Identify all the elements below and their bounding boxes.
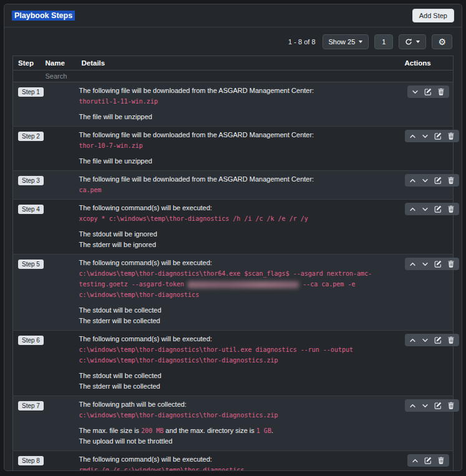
edit-icon bbox=[434, 205, 442, 213]
move-down-button[interactable] bbox=[422, 206, 429, 213]
edit-icon bbox=[424, 457, 432, 464]
trash-icon bbox=[447, 260, 455, 268]
name-cell bbox=[41, 127, 77, 171]
details-text-line: The upload will not be throttled bbox=[79, 436, 395, 447]
details-code-line: c:\windows\temp\thor-diagnostics\thor-ut… bbox=[79, 344, 395, 366]
details-code-line: xcopy * c:\windows\temp\thor-diagnostics… bbox=[79, 213, 395, 224]
details-code-line: c:\windows\temp\thor-diagnostics\thor-di… bbox=[79, 410, 395, 420]
details-text-line: The following file will be downloaded fr… bbox=[79, 174, 395, 185]
name-search-input[interactable] bbox=[46, 72, 72, 80]
page-1-button[interactable]: 1 bbox=[374, 34, 393, 49]
edit-button[interactable] bbox=[434, 132, 442, 140]
chevron-down-icon bbox=[422, 337, 429, 344]
table-row: Step 5 The following command(s) will be … bbox=[13, 255, 454, 331]
inline-code: 1 GB bbox=[256, 427, 271, 434]
details-text-line: The following command(s) will be execute… bbox=[79, 258, 395, 268]
details-text-line: The file will be unzipped bbox=[79, 112, 395, 122]
redacted-token bbox=[188, 281, 299, 288]
move-down-button[interactable] bbox=[422, 337, 429, 344]
row-actions bbox=[405, 399, 459, 412]
trash-icon bbox=[447, 205, 455, 213]
step-badge: Step 7 bbox=[18, 401, 44, 410]
move-up-button[interactable] bbox=[412, 457, 419, 464]
details-code-line: thorutil-1-11-win.zip bbox=[79, 96, 395, 107]
details-text-line: The following path will be collected: bbox=[79, 399, 395, 410]
table-row: Step 2 The following file will be downlo… bbox=[13, 127, 454, 171]
name-cell bbox=[41, 82, 77, 127]
delete-button[interactable] bbox=[447, 260, 455, 268]
edit-button[interactable] bbox=[434, 177, 442, 184]
edit-icon bbox=[434, 260, 442, 268]
row-actions bbox=[407, 454, 449, 467]
details-spacer bbox=[79, 300, 395, 305]
playbook-steps-card: Playbook Steps Add Step 1 - 8 of 8 Show … bbox=[4, 4, 462, 471]
delete-button[interactable] bbox=[447, 205, 455, 213]
details-cell: The following command(s) will be execute… bbox=[77, 451, 400, 472]
move-up-button[interactable] bbox=[409, 402, 416, 409]
delete-button[interactable] bbox=[447, 402, 455, 409]
move-down-button[interactable] bbox=[422, 261, 429, 268]
name-cell bbox=[41, 451, 77, 472]
chevron-down-icon bbox=[422, 133, 429, 140]
move-down-button[interactable] bbox=[422, 177, 429, 184]
details-cell: The following file will be downloaded fr… bbox=[77, 82, 400, 127]
details-cell: The following command(s) will be execute… bbox=[77, 255, 400, 331]
table-header-row: Step Name Details Actions bbox=[13, 56, 454, 70]
edit-button[interactable] bbox=[434, 260, 442, 268]
table-row: Step 8 The following command(s) will be … bbox=[13, 451, 454, 472]
delete-button[interactable] bbox=[437, 88, 445, 95]
trash-icon bbox=[447, 132, 455, 140]
edit-button[interactable] bbox=[424, 457, 432, 464]
row-actions bbox=[405, 258, 459, 270]
move-down-button[interactable] bbox=[412, 89, 419, 95]
refresh-icon bbox=[405, 38, 412, 46]
details-text-line: The stdout will be ignored bbox=[79, 229, 395, 240]
table-row: Step 3 The following file will be downlo… bbox=[13, 171, 454, 200]
step-badge: Step 2 bbox=[18, 132, 44, 141]
chevron-up-icon bbox=[409, 206, 416, 213]
move-down-button[interactable] bbox=[422, 133, 429, 140]
details-cell: The following command(s) will be execute… bbox=[77, 331, 400, 396]
gear-icon: ⚙ bbox=[438, 37, 446, 46]
edit-button[interactable] bbox=[434, 336, 442, 344]
move-up-button[interactable] bbox=[409, 133, 416, 140]
chevron-down-icon bbox=[422, 402, 429, 409]
column-header-name[interactable]: Name bbox=[41, 56, 77, 70]
details-code-line: ca.pem bbox=[79, 185, 395, 195]
refresh-button[interactable] bbox=[399, 34, 426, 49]
move-up-button[interactable] bbox=[409, 177, 416, 184]
edit-button[interactable] bbox=[424, 88, 432, 95]
row-actions bbox=[405, 203, 459, 215]
range-text: 1 - 8 of 8 bbox=[288, 38, 315, 46]
trash-icon bbox=[447, 402, 455, 409]
move-up-button[interactable] bbox=[409, 337, 416, 344]
edit-button[interactable] bbox=[434, 205, 442, 213]
details-cell: The following file will be downloaded fr… bbox=[77, 127, 400, 171]
delete-button[interactable] bbox=[447, 177, 455, 184]
trash-icon bbox=[447, 336, 455, 344]
details-text-line: The stdout will be collected bbox=[79, 305, 395, 316]
step-badge: Step 6 bbox=[18, 336, 44, 345]
chevron-down-icon bbox=[416, 41, 420, 43]
settings-button[interactable]: ⚙ bbox=[432, 34, 452, 49]
column-header-step[interactable]: Step bbox=[13, 56, 41, 70]
card-body: 1 - 8 of 8 Show 25 1 ⚙ Step bbox=[4, 27, 462, 471]
details-code-line: rmdir /q /s c:\windows\temp\thor-diagnos… bbox=[79, 465, 395, 471]
row-actions bbox=[407, 85, 449, 98]
move-down-button[interactable] bbox=[422, 402, 429, 409]
move-up-button[interactable] bbox=[409, 261, 416, 268]
add-step-button[interactable]: Add Step bbox=[412, 9, 454, 22]
column-header-actions: Actions bbox=[400, 56, 454, 70]
details-spacer bbox=[79, 366, 395, 371]
delete-button[interactable] bbox=[447, 132, 455, 140]
delete-button[interactable] bbox=[447, 336, 455, 344]
details-text-line: The max. file size is 200 MB and the max… bbox=[79, 425, 395, 436]
table-row: Step 4 The following command(s) will be … bbox=[13, 200, 454, 255]
delete-button[interactable] bbox=[437, 457, 445, 464]
edit-button[interactable] bbox=[434, 402, 442, 409]
table-row: Step 6 The following command(s) will be … bbox=[13, 331, 454, 396]
column-header-details[interactable]: Details bbox=[77, 56, 400, 70]
show-per-page-dropdown[interactable]: Show 25 bbox=[323, 34, 369, 49]
move-up-button[interactable] bbox=[409, 206, 416, 213]
chevron-down-icon bbox=[422, 177, 429, 184]
